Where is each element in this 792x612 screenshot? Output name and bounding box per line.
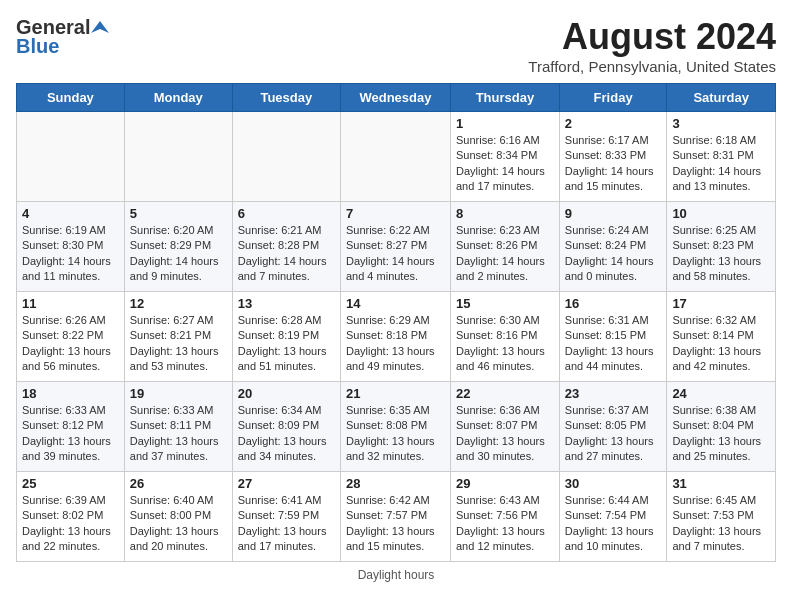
calendar-cell: 27Sunrise: 6:41 AM Sunset: 7:59 PM Dayli… bbox=[232, 472, 340, 562]
calendar-cell: 16Sunrise: 6:31 AM Sunset: 8:15 PM Dayli… bbox=[559, 292, 667, 382]
day-number: 6 bbox=[238, 206, 335, 221]
day-number: 14 bbox=[346, 296, 445, 311]
month-year-title: August 2024 bbox=[528, 16, 776, 58]
calendar-cell: 15Sunrise: 6:30 AM Sunset: 8:16 PM Dayli… bbox=[451, 292, 560, 382]
daylight-hours-label: Daylight hours bbox=[358, 568, 435, 582]
logo-bird-icon bbox=[91, 19, 109, 37]
day-number: 24 bbox=[672, 386, 770, 401]
calendar-cell: 26Sunrise: 6:40 AM Sunset: 8:00 PM Dayli… bbox=[124, 472, 232, 562]
day-info: Sunrise: 6:20 AM Sunset: 8:29 PM Dayligh… bbox=[130, 223, 227, 285]
day-info: Sunrise: 6:36 AM Sunset: 8:07 PM Dayligh… bbox=[456, 403, 554, 465]
calendar-cell: 12Sunrise: 6:27 AM Sunset: 8:21 PM Dayli… bbox=[124, 292, 232, 382]
calendar-cell bbox=[17, 112, 125, 202]
day-number: 25 bbox=[22, 476, 119, 491]
calendar-cell: 14Sunrise: 6:29 AM Sunset: 8:18 PM Dayli… bbox=[340, 292, 450, 382]
calendar-cell: 17Sunrise: 6:32 AM Sunset: 8:14 PM Dayli… bbox=[667, 292, 776, 382]
logo-blue-text: Blue bbox=[16, 35, 59, 58]
day-number: 30 bbox=[565, 476, 662, 491]
day-number: 27 bbox=[238, 476, 335, 491]
day-number: 4 bbox=[22, 206, 119, 221]
calendar-cell bbox=[340, 112, 450, 202]
footer-note: Daylight hours bbox=[16, 568, 776, 582]
calendar-cell: 18Sunrise: 6:33 AM Sunset: 8:12 PM Dayli… bbox=[17, 382, 125, 472]
day-info: Sunrise: 6:32 AM Sunset: 8:14 PM Dayligh… bbox=[672, 313, 770, 375]
day-number: 16 bbox=[565, 296, 662, 311]
day-number: 5 bbox=[130, 206, 227, 221]
day-number: 19 bbox=[130, 386, 227, 401]
day-info: Sunrise: 6:25 AM Sunset: 8:23 PM Dayligh… bbox=[672, 223, 770, 285]
day-number: 18 bbox=[22, 386, 119, 401]
calendar-cell: 3Sunrise: 6:18 AM Sunset: 8:31 PM Daylig… bbox=[667, 112, 776, 202]
day-number: 11 bbox=[22, 296, 119, 311]
day-info: Sunrise: 6:41 AM Sunset: 7:59 PM Dayligh… bbox=[238, 493, 335, 555]
day-number: 3 bbox=[672, 116, 770, 131]
day-info: Sunrise: 6:30 AM Sunset: 8:16 PM Dayligh… bbox=[456, 313, 554, 375]
calendar-cell: 13Sunrise: 6:28 AM Sunset: 8:19 PM Dayli… bbox=[232, 292, 340, 382]
day-number: 10 bbox=[672, 206, 770, 221]
day-info: Sunrise: 6:33 AM Sunset: 8:12 PM Dayligh… bbox=[22, 403, 119, 465]
day-number: 20 bbox=[238, 386, 335, 401]
calendar-cell: 11Sunrise: 6:26 AM Sunset: 8:22 PM Dayli… bbox=[17, 292, 125, 382]
day-info: Sunrise: 6:44 AM Sunset: 7:54 PM Dayligh… bbox=[565, 493, 662, 555]
day-info: Sunrise: 6:45 AM Sunset: 7:53 PM Dayligh… bbox=[672, 493, 770, 555]
calendar-week-row: 1Sunrise: 6:16 AM Sunset: 8:34 PM Daylig… bbox=[17, 112, 776, 202]
day-info: Sunrise: 6:43 AM Sunset: 7:56 PM Dayligh… bbox=[456, 493, 554, 555]
day-info: Sunrise: 6:21 AM Sunset: 8:28 PM Dayligh… bbox=[238, 223, 335, 285]
calendar-cell: 2Sunrise: 6:17 AM Sunset: 8:33 PM Daylig… bbox=[559, 112, 667, 202]
location-subtitle: Trafford, Pennsylvania, United States bbox=[528, 58, 776, 75]
day-info: Sunrise: 6:33 AM Sunset: 8:11 PM Dayligh… bbox=[130, 403, 227, 465]
day-number: 21 bbox=[346, 386, 445, 401]
calendar-cell: 31Sunrise: 6:45 AM Sunset: 7:53 PM Dayli… bbox=[667, 472, 776, 562]
calendar-cell: 9Sunrise: 6:24 AM Sunset: 8:24 PM Daylig… bbox=[559, 202, 667, 292]
day-number: 12 bbox=[130, 296, 227, 311]
calendar-cell: 1Sunrise: 6:16 AM Sunset: 8:34 PM Daylig… bbox=[451, 112, 560, 202]
day-info: Sunrise: 6:34 AM Sunset: 8:09 PM Dayligh… bbox=[238, 403, 335, 465]
calendar-cell: 10Sunrise: 6:25 AM Sunset: 8:23 PM Dayli… bbox=[667, 202, 776, 292]
day-info: Sunrise: 6:22 AM Sunset: 8:27 PM Dayligh… bbox=[346, 223, 445, 285]
calendar-cell: 28Sunrise: 6:42 AM Sunset: 7:57 PM Dayli… bbox=[340, 472, 450, 562]
calendar-cell: 21Sunrise: 6:35 AM Sunset: 8:08 PM Dayli… bbox=[340, 382, 450, 472]
day-number: 13 bbox=[238, 296, 335, 311]
calendar-week-row: 25Sunrise: 6:39 AM Sunset: 8:02 PM Dayli… bbox=[17, 472, 776, 562]
day-info: Sunrise: 6:38 AM Sunset: 8:04 PM Dayligh… bbox=[672, 403, 770, 465]
day-info: Sunrise: 6:16 AM Sunset: 8:34 PM Dayligh… bbox=[456, 133, 554, 195]
day-number: 31 bbox=[672, 476, 770, 491]
day-info: Sunrise: 6:19 AM Sunset: 8:30 PM Dayligh… bbox=[22, 223, 119, 285]
day-info: Sunrise: 6:37 AM Sunset: 8:05 PM Dayligh… bbox=[565, 403, 662, 465]
day-info: Sunrise: 6:18 AM Sunset: 8:31 PM Dayligh… bbox=[672, 133, 770, 195]
day-number: 8 bbox=[456, 206, 554, 221]
day-number: 15 bbox=[456, 296, 554, 311]
day-number: 1 bbox=[456, 116, 554, 131]
calendar-dow-header: Saturday bbox=[667, 84, 776, 112]
calendar-cell: 25Sunrise: 6:39 AM Sunset: 8:02 PM Dayli… bbox=[17, 472, 125, 562]
day-number: 23 bbox=[565, 386, 662, 401]
day-number: 26 bbox=[130, 476, 227, 491]
calendar-cell: 19Sunrise: 6:33 AM Sunset: 8:11 PM Dayli… bbox=[124, 382, 232, 472]
day-info: Sunrise: 6:39 AM Sunset: 8:02 PM Dayligh… bbox=[22, 493, 119, 555]
calendar-header-row: SundayMondayTuesdayWednesdayThursdayFrid… bbox=[17, 84, 776, 112]
calendar-dow-header: Thursday bbox=[451, 84, 560, 112]
calendar-cell: 4Sunrise: 6:19 AM Sunset: 8:30 PM Daylig… bbox=[17, 202, 125, 292]
title-area: August 2024 Trafford, Pennsylvania, Unit… bbox=[528, 16, 776, 75]
calendar-cell: 5Sunrise: 6:20 AM Sunset: 8:29 PM Daylig… bbox=[124, 202, 232, 292]
svg-marker-0 bbox=[91, 21, 109, 33]
calendar-dow-header: Wednesday bbox=[340, 84, 450, 112]
day-info: Sunrise: 6:17 AM Sunset: 8:33 PM Dayligh… bbox=[565, 133, 662, 195]
calendar-cell: 22Sunrise: 6:36 AM Sunset: 8:07 PM Dayli… bbox=[451, 382, 560, 472]
calendar-dow-header: Friday bbox=[559, 84, 667, 112]
day-info: Sunrise: 6:31 AM Sunset: 8:15 PM Dayligh… bbox=[565, 313, 662, 375]
calendar-dow-header: Monday bbox=[124, 84, 232, 112]
calendar-dow-header: Sunday bbox=[17, 84, 125, 112]
calendar-week-row: 11Sunrise: 6:26 AM Sunset: 8:22 PM Dayli… bbox=[17, 292, 776, 382]
day-info: Sunrise: 6:28 AM Sunset: 8:19 PM Dayligh… bbox=[238, 313, 335, 375]
day-number: 28 bbox=[346, 476, 445, 491]
day-number: 17 bbox=[672, 296, 770, 311]
page-header: General Blue August 2024 Trafford, Penns… bbox=[16, 16, 776, 75]
calendar-cell: 6Sunrise: 6:21 AM Sunset: 8:28 PM Daylig… bbox=[232, 202, 340, 292]
day-info: Sunrise: 6:29 AM Sunset: 8:18 PM Dayligh… bbox=[346, 313, 445, 375]
calendar-week-row: 4Sunrise: 6:19 AM Sunset: 8:30 PM Daylig… bbox=[17, 202, 776, 292]
calendar-cell: 20Sunrise: 6:34 AM Sunset: 8:09 PM Dayli… bbox=[232, 382, 340, 472]
day-info: Sunrise: 6:26 AM Sunset: 8:22 PM Dayligh… bbox=[22, 313, 119, 375]
calendar-dow-header: Tuesday bbox=[232, 84, 340, 112]
day-number: 22 bbox=[456, 386, 554, 401]
